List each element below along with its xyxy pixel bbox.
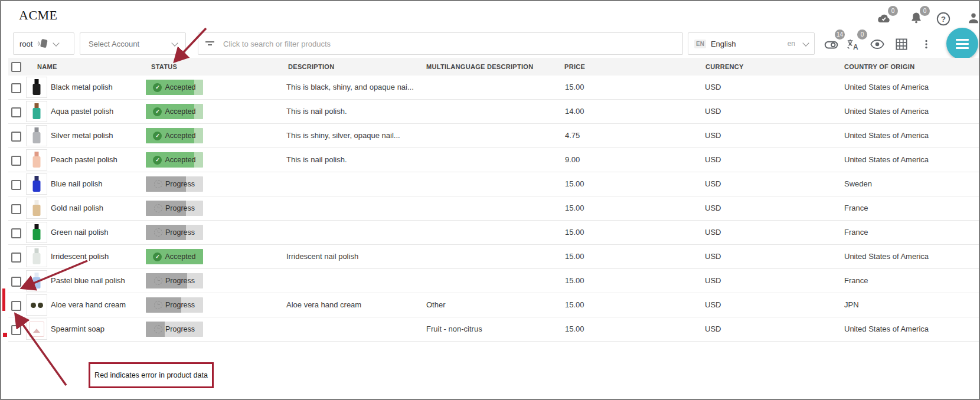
description-cell: Irridescent nail polish: [286, 245, 358, 268]
table-row[interactable]: Spearmint soapProgressFruit - non-citrus…: [8, 317, 979, 342]
status-label: Accepted: [165, 132, 195, 140]
product-thumbnail: [26, 125, 47, 146]
bottle-image: [27, 271, 47, 291]
status-badge: Progress: [146, 176, 203, 192]
table-row[interactable]: Pastel blue nail polishProgress15.00USDF…: [8, 269, 979, 293]
price-cell: 14.00: [565, 100, 584, 123]
column-header-price[interactable]: PRICE: [564, 63, 585, 70]
column-header-country-of-origin[interactable]: COUNTRY OF ORIGIN: [844, 63, 914, 70]
check-icon: [153, 156, 162, 165]
country-of-origin-cell: United States of America: [844, 245, 929, 268]
column-header-description[interactable]: DESCRIPTION: [288, 63, 334, 70]
currency-cell: USD: [705, 293, 721, 317]
product-name-cell: Gold nail polish: [51, 196, 103, 220]
account-select[interactable]: Select Account: [80, 32, 186, 55]
channels-count-badge: 14: [835, 29, 845, 40]
description-cell: Aloe vera hand cream: [286, 293, 361, 317]
table-row[interactable]: Gold nail polishProgress15.00USDFrance: [8, 196, 979, 221]
table-row[interactable]: Aloe vera hand creamProgressAloe vera ha…: [8, 293, 979, 317]
table-header: NAME STATUS DESCRIPTION MULTILANGUAGE DE…: [8, 58, 979, 76]
row-checkbox[interactable]: [11, 132, 21, 142]
product-search-box[interactable]: [198, 32, 683, 55]
app-window: ACME 0 0 ? root Select Account EN: [0, 0, 980, 400]
currency-cell: USD: [705, 124, 721, 147]
grid-view-icon[interactable]: [894, 37, 909, 52]
row-checkbox[interactable]: [11, 277, 21, 287]
row-checkbox[interactable]: [11, 253, 21, 263]
bottle-image: [27, 174, 47, 194]
user-profile-icon[interactable]: [966, 11, 980, 26]
bottle-body: [33, 181, 41, 192]
select-all-checkbox[interactable]: [11, 62, 21, 72]
language-short-code: en: [788, 40, 795, 48]
table-row[interactable]: Peach pastel polishAcceptedThis is nail …: [8, 148, 979, 172]
product-name-cell: Pastel blue nail polish: [51, 269, 125, 293]
product-name-cell: Blue nail polish: [51, 172, 102, 196]
main-menu-fab[interactable]: [946, 28, 978, 60]
table-row[interactable]: Silver metal polishAcceptedThis is shiny…: [8, 124, 979, 148]
brand-title: ACME: [19, 8, 58, 23]
eye-icon[interactable]: [870, 37, 885, 52]
price-cell: 15.00: [565, 317, 584, 341]
help-icon[interactable]: ?: [936, 11, 951, 27]
status-badge: Accepted: [146, 104, 203, 119]
currency-cell: USD: [705, 245, 721, 268]
status-badge: Progress: [146, 273, 203, 288]
country-of-origin-cell: United States of America: [844, 124, 929, 147]
column-header-status[interactable]: STATUS: [151, 63, 177, 70]
bottle-image: [27, 222, 47, 242]
country-of-origin-cell: United States of America: [844, 100, 929, 123]
status-label: Accepted: [165, 156, 195, 164]
row-checkbox[interactable]: [11, 228, 21, 238]
channels-icon[interactable]: [824, 37, 839, 52]
status-badge: Accepted: [146, 128, 203, 143]
bottle-body: [33, 253, 41, 264]
translate-icon[interactable]: A: [845, 37, 861, 52]
row-checkbox[interactable]: [11, 180, 21, 190]
currency-cell: USD: [705, 76, 721, 99]
table-row[interactable]: Black metal polishAcceptedThis is black,…: [8, 76, 979, 100]
country-of-origin-cell: United States of America: [844, 76, 929, 99]
row-checkbox[interactable]: [11, 204, 21, 214]
column-header-currency[interactable]: CURRENCY: [705, 63, 744, 70]
table-row[interactable]: Blue nail polishProgress15.00USDSweden: [8, 172, 979, 196]
jar-lids-image: [31, 303, 43, 308]
annotation-note-text: Red indicates error in product data: [94, 371, 208, 379]
bottle-image: [27, 198, 47, 218]
status-label: Progress: [165, 228, 195, 237]
svg-text:?: ?: [941, 15, 946, 24]
column-header-multilanguage-description[interactable]: MULTILANGUAGE DESCRIPTION: [426, 63, 533, 70]
row-checkbox[interactable]: [11, 107, 21, 117]
bottle-body: [33, 84, 41, 95]
price-cell: 9.00: [565, 148, 580, 172]
account-select-placeholder: Select Account: [89, 40, 139, 48]
column-header-name[interactable]: NAME: [37, 63, 57, 70]
root-scope-label: root: [19, 40, 32, 48]
translate-count-badge: 0: [857, 29, 867, 40]
row-checkbox[interactable]: [11, 325, 21, 335]
search-input[interactable]: [222, 39, 675, 49]
row-checkbox[interactable]: [11, 301, 21, 311]
table-row[interactable]: Irridescent polishAcceptedIrridescent na…: [8, 245, 979, 269]
clock-icon: [154, 301, 162, 309]
row-checkbox[interactable]: [11, 83, 21, 93]
root-scope-dropdown[interactable]: root: [13, 32, 74, 55]
kebab-menu-icon[interactable]: [920, 37, 933, 52]
country-of-origin-cell: France: [844, 196, 868, 220]
table-body: Black metal polishAcceptedThis is black,…: [8, 76, 979, 342]
status-badge: Progress: [146, 322, 203, 337]
language-label: English: [711, 40, 783, 48]
row-checkbox[interactable]: [11, 156, 21, 166]
sync-count-badge: 0: [888, 6, 898, 16]
filter-icon: [205, 40, 215, 48]
status-label: Progress: [165, 301, 195, 309]
bottle-body: [33, 205, 41, 216]
product-name-cell: Peach pastel polish: [51, 148, 117, 172]
currency-cell: USD: [705, 221, 721, 244]
table-row[interactable]: Aqua pastel polishAcceptedThis is nail p…: [8, 100, 979, 124]
language-select[interactable]: EN English en: [688, 32, 815, 55]
table-row[interactable]: Green nail polishProgress15.00USDFrance: [8, 221, 979, 245]
bottle-body: [33, 229, 41, 240]
clock-icon: [154, 228, 162, 237]
product-name-cell: Spearmint soap: [51, 317, 104, 341]
